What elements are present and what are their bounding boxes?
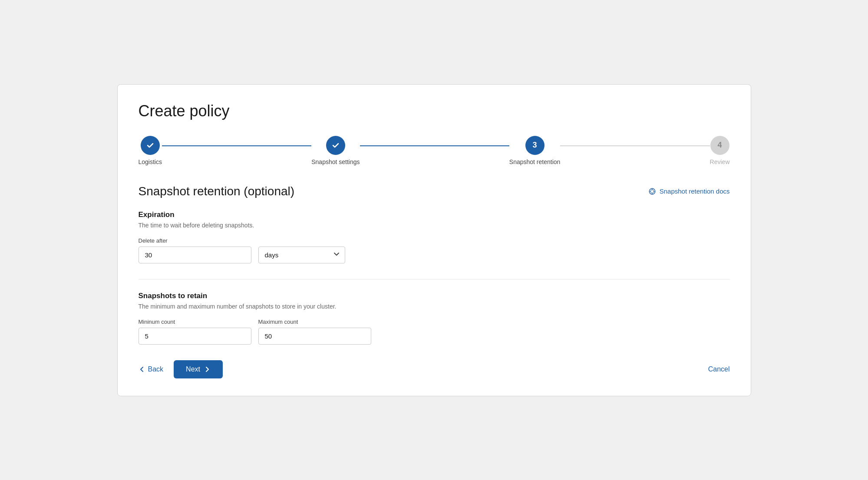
step-number-3: 3 [533,141,537,150]
footer-left: Back Next [139,360,223,378]
snapshots-retain-desc: The minimum and maximum number of snapsh… [139,303,730,310]
cancel-button[interactable]: Cancel [708,361,730,378]
min-count-label: Mininum count [139,319,251,325]
snapshots-to-retain-section: Snapshots to retain The minimum and maxi… [139,292,730,345]
step-label-review: Review [710,158,730,165]
step-number-4: 4 [718,141,722,150]
max-count-label: Maximum count [258,319,371,325]
step-circle-review: 4 [710,136,729,155]
expiration-section: Expiration The time to wait before delet… [139,210,730,263]
docs-link-text: Snapshot retention docs [660,187,730,195]
delete-after-group: Delete after [139,237,251,263]
back-label: Back [148,365,164,373]
step-connector-1 [162,145,311,146]
svg-point-1 [650,190,654,193]
expiration-form-row: Delete after days hours minutes [139,237,730,263]
create-policy-card: Create policy Logistics Snapshot setting… [117,84,751,396]
next-label: Next [186,365,200,373]
expiration-desc: The time to wait before deleting snapsho… [139,222,730,229]
footer: Back Next Cancel [139,360,730,378]
delete-after-input[interactable] [139,247,251,263]
section-title: Snapshot retention (optional) [139,184,295,198]
unit-select[interactable]: days hours minutes [258,247,345,263]
cancel-label: Cancel [708,365,730,373]
section-header-row: Snapshot retention (optional) Snapshot r… [139,184,730,198]
page-title: Create policy [139,102,730,120]
unit-group: days hours minutes [258,247,345,263]
min-count-group: Mininum count [139,319,251,345]
step-circle-snapshot-retention: 3 [525,136,545,155]
delete-after-label: Delete after [139,237,251,244]
min-count-input[interactable] [139,328,251,345]
step-connector-3 [560,145,710,146]
check-icon-logistics [146,141,155,150]
snapshots-retain-form-row: Mininum count Maximum count [139,319,730,345]
step-review: 4 Review [710,136,730,165]
step-circle-snapshot-settings [326,136,345,155]
chevron-left-icon [139,366,145,373]
step-label-snapshot-settings: Snapshot settings [311,158,360,165]
section-divider [139,279,730,279]
step-snapshot-settings: Snapshot settings [311,136,360,165]
back-button[interactable]: Back [139,361,164,378]
max-count-input[interactable] [258,328,371,345]
expiration-title: Expiration [139,210,730,219]
stepper: Logistics Snapshot settings 3 Snapshot r… [139,136,730,165]
step-label-snapshot-retention: Snapshot retention [509,158,561,165]
snapshot-retention-docs-link[interactable]: Snapshot retention docs [648,187,730,195]
check-icon-snapshot-settings [331,141,340,150]
step-snapshot-retention: 3 Snapshot retention [509,136,561,165]
step-circle-logistics [141,136,160,155]
docs-icon [648,187,656,195]
step-logistics: Logistics [139,136,162,165]
max-count-group: Maximum count [258,319,371,345]
step-label-logistics: Logistics [139,158,162,165]
next-button[interactable]: Next [174,360,223,378]
step-connector-2 [360,145,509,146]
chevron-right-icon [204,366,211,373]
snapshots-retain-title: Snapshots to retain [139,292,730,300]
